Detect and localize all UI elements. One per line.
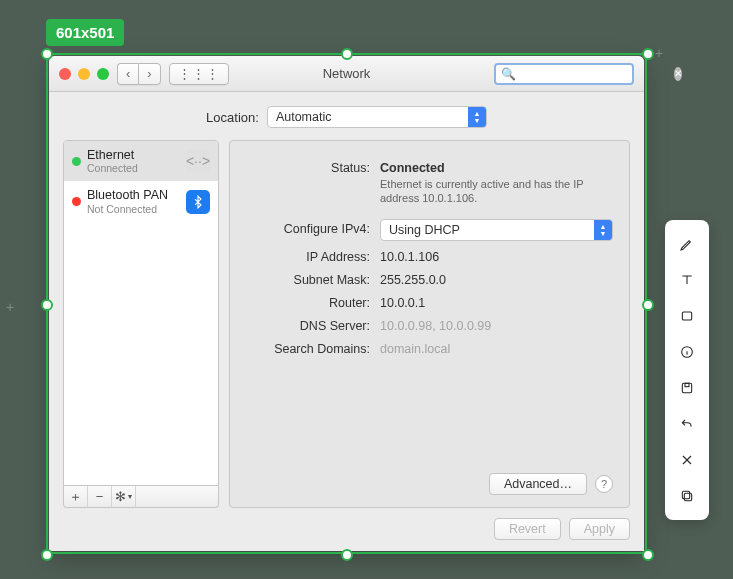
mask-label: Subnet Mask: xyxy=(244,270,370,287)
tool-info[interactable] xyxy=(671,336,703,368)
window-titlebar: ‹ › ⋮⋮⋮ Network 🔍 ✕ xyxy=(49,56,644,92)
search-domains-value: domain.local xyxy=(380,339,613,356)
tool-text[interactable] xyxy=(671,264,703,296)
location-value: Automatic xyxy=(276,110,332,124)
interface-list: Ethernet Connected <··> Bluetooth PAN No… xyxy=(63,140,219,486)
selection-dimensions-badge: 601x501 xyxy=(46,19,124,46)
window-footer: Revert Apply xyxy=(49,508,644,550)
svg-rect-5 xyxy=(682,491,689,498)
mask-value: 255.255.0.0 xyxy=(380,270,613,287)
resize-handle-ne[interactable] xyxy=(642,48,654,60)
window-traffic-lights xyxy=(59,68,109,80)
interface-sidebar: Ethernet Connected <··> Bluetooth PAN No… xyxy=(63,140,219,508)
location-row: Location: Automatic xyxy=(49,92,644,140)
tool-rect[interactable] xyxy=(671,300,703,332)
revert-button[interactable]: Revert xyxy=(494,518,561,540)
search-icon: 🔍 xyxy=(501,67,516,81)
nav-forward-button[interactable]: › xyxy=(138,63,160,85)
resize-handle-n[interactable] xyxy=(341,48,353,60)
dns-value: 10.0.0.98, 10.0.0.99 xyxy=(380,316,613,333)
configure-ipv4-select[interactable]: Using DHCP xyxy=(380,219,613,241)
resize-handle-sw[interactable] xyxy=(41,549,53,561)
search-field[interactable]: 🔍 ✕ xyxy=(494,63,634,85)
stepper-caps-icon xyxy=(468,107,486,127)
ip-value: 10.0.1.106 xyxy=(380,247,613,264)
interface-actions-menu[interactable]: ✻ xyxy=(112,486,136,507)
resize-handle-nw[interactable] xyxy=(41,48,53,60)
configure-row: Configure IPv4: Using DHCP xyxy=(244,219,613,241)
show-all-button[interactable]: ⋮⋮⋮ xyxy=(169,63,229,85)
search-domains-label: Search Domains: xyxy=(244,339,370,356)
help-button[interactable]: ? xyxy=(595,475,613,493)
sidebar-item-status: Not Connected xyxy=(87,203,180,215)
location-select[interactable]: Automatic xyxy=(267,106,487,128)
mask-row: Subnet Mask: 255.255.0.0 xyxy=(244,270,613,287)
window-close[interactable] xyxy=(59,68,71,80)
remove-interface-button[interactable]: − xyxy=(88,486,112,507)
tool-copy[interactable] xyxy=(671,480,703,512)
resize-handle-e[interactable] xyxy=(642,299,654,311)
resize-handle-w[interactable] xyxy=(41,299,53,311)
tool-pen[interactable] xyxy=(671,228,703,260)
tool-close[interactable] xyxy=(671,444,703,476)
window-zoom[interactable] xyxy=(97,68,109,80)
svg-rect-0 xyxy=(682,312,691,320)
apply-button[interactable]: Apply xyxy=(569,518,630,540)
resize-handle-s[interactable] xyxy=(341,549,353,561)
sidebar-item-status: Connected xyxy=(87,162,180,174)
interface-detail-panel: Status: Connected Ethernet is currently … xyxy=(229,140,630,508)
sidebar-item-label: Ethernet xyxy=(87,148,180,162)
nav-back-button[interactable]: ‹ xyxy=(117,63,138,85)
ip-row: IP Address: 10.0.1.106 xyxy=(244,247,613,264)
tool-undo[interactable] xyxy=(671,408,703,440)
ip-label: IP Address: xyxy=(244,247,370,264)
status-label: Status: xyxy=(244,158,370,175)
resize-handle-se[interactable] xyxy=(642,549,654,561)
router-value: 10.0.0.1 xyxy=(380,293,613,310)
search-clear-icon[interactable]: ✕ xyxy=(674,67,682,81)
sidebar-item-label: Bluetooth PAN xyxy=(87,188,180,202)
status-row: Status: Connected Ethernet is currently … xyxy=(244,158,613,206)
status-value: Connected xyxy=(380,161,445,175)
stepper-caps-icon xyxy=(594,220,612,240)
nav-buttons: ‹ › xyxy=(117,63,161,85)
status-dot-icon xyxy=(72,197,81,206)
sidebar-footer: ＋ − ✻ xyxy=(63,486,219,508)
sidebar-item-ethernet[interactable]: Ethernet Connected <··> xyxy=(64,141,218,181)
svg-rect-4 xyxy=(684,493,691,500)
network-prefs-window: ‹ › ⋮⋮⋮ Network 🔍 ✕ Location: Automatic … xyxy=(49,56,644,551)
status-description: Ethernet is currently active and has the… xyxy=(380,177,613,206)
window-minimize[interactable] xyxy=(78,68,90,80)
ethernet-icon: <··> xyxy=(186,149,210,173)
guide-cross: + xyxy=(655,46,663,60)
advanced-button[interactable]: Advanced… xyxy=(489,473,587,495)
search-input[interactable] xyxy=(520,67,670,81)
guide-cross: + xyxy=(6,300,14,314)
tool-save[interactable] xyxy=(671,372,703,404)
dns-label: DNS Server: xyxy=(244,316,370,333)
status-dot-icon xyxy=(72,157,81,166)
dns-row: DNS Server: 10.0.0.98, 10.0.0.99 xyxy=(244,316,613,333)
add-interface-button[interactable]: ＋ xyxy=(64,486,88,507)
svg-rect-2 xyxy=(682,383,691,392)
svg-rect-3 xyxy=(685,383,689,386)
bluetooth-icon xyxy=(186,190,210,214)
router-row: Router: 10.0.0.1 xyxy=(244,293,613,310)
search-domains-row: Search Domains: domain.local xyxy=(244,339,613,356)
router-label: Router: xyxy=(244,293,370,310)
location-label: Location: xyxy=(206,110,259,125)
configure-value: Using DHCP xyxy=(389,223,460,237)
annotation-tool-palette xyxy=(665,220,709,520)
configure-label: Configure IPv4: xyxy=(244,219,370,236)
sidebar-item-bluetooth-pan[interactable]: Bluetooth PAN Not Connected xyxy=(64,181,218,221)
